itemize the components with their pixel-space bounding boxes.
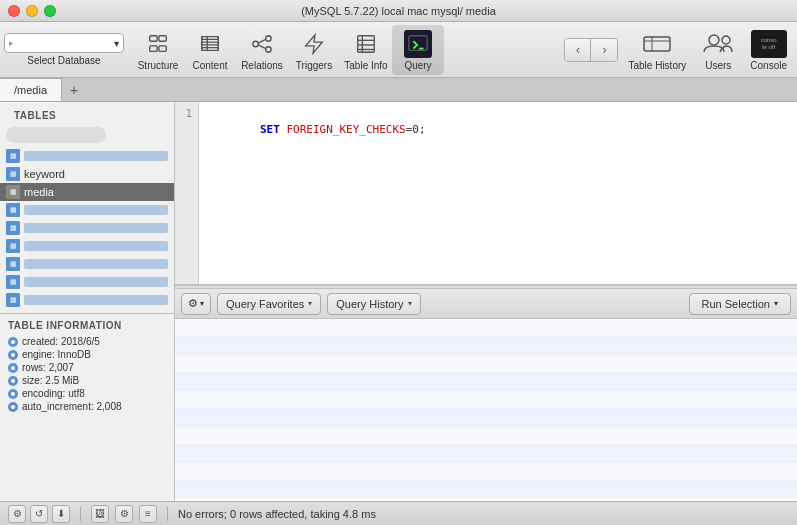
history-dropdown-arrow: ▾	[408, 299, 412, 308]
status-icon-gear[interactable]: ⚙	[8, 505, 26, 523]
table-icon-6: ▦	[6, 257, 20, 271]
query-history-button[interactable]: Query History ▾	[327, 293, 420, 315]
result-row-8	[175, 445, 797, 463]
svg-point-10	[253, 41, 259, 47]
svg-rect-4	[202, 37, 219, 40]
console-text-line2: le off	[762, 44, 775, 51]
info-dot-2	[8, 363, 18, 373]
gear-icon: ⚙	[188, 297, 198, 310]
toolbar-item-users[interactable]: Users	[696, 26, 740, 73]
sidebar-search[interactable]	[6, 127, 106, 143]
console-label: Console	[750, 60, 787, 71]
svg-rect-21	[409, 36, 427, 51]
run-selection-button[interactable]: Run Selection ▾	[689, 293, 792, 315]
toolbar-item-table-history[interactable]: Table History	[622, 26, 692, 73]
table-info-label: Table Info	[344, 60, 387, 71]
run-selection-arrow: ▾	[774, 299, 778, 308]
result-row-4	[175, 373, 797, 391]
info-dot-4	[8, 389, 18, 399]
structure-icon	[144, 30, 172, 58]
table-info-header: TABLE INFORMATION	[8, 320, 166, 331]
tab-media[interactable]: /media	[0, 78, 62, 101]
maximize-button[interactable]	[44, 5, 56, 17]
nav-forward-button[interactable]: ›	[591, 39, 617, 61]
status-icon-down[interactable]: ⬇	[52, 505, 70, 523]
toolbar-item-table-info[interactable]: Table Info	[340, 25, 392, 75]
svg-rect-6	[202, 48, 219, 51]
close-button[interactable]	[8, 5, 20, 17]
result-row-2	[175, 337, 797, 355]
table-icon-4: ▦	[6, 221, 20, 235]
table-info-encoding: encoding: utf8	[22, 388, 85, 399]
code-editor[interactable]: SET FOREIGN_KEY_CHECKS=0;	[199, 102, 797, 284]
result-row-3	[175, 355, 797, 373]
result-row-7	[175, 427, 797, 445]
status-divider-1	[80, 507, 81, 521]
sidebar-item-0[interactable]: ▦	[0, 147, 174, 165]
table-info-auto-increment: auto_increment: 2,008	[22, 401, 122, 412]
table-icon-0: ▦	[6, 149, 20, 163]
sidebar-item-6[interactable]: ▦	[0, 255, 174, 273]
table-info-section: TABLE INFORMATION created: 2018/6/5 engi…	[0, 313, 174, 419]
sidebar-item-keyword[interactable]: ▦ keyword	[0, 165, 174, 183]
triggers-label: Triggers	[296, 60, 332, 71]
svg-rect-0	[150, 36, 157, 42]
table-name-blur-3	[24, 205, 168, 215]
toolbar-item-console[interactable]: conso le off Console	[744, 26, 793, 73]
info-dot-0	[8, 337, 18, 347]
toolbar-item-query[interactable]: Query	[392, 25, 444, 75]
nav-back-button[interactable]: ‹	[565, 39, 591, 61]
result-row-5	[175, 391, 797, 409]
sidebar-item-4[interactable]: ▦	[0, 219, 174, 237]
select-database-control[interactable]: ▸ ▾	[4, 33, 124, 53]
query-icon	[404, 30, 432, 58]
main-layout: TABLES ▦ ▦ keyword ▦ media ▦ ▦ ▦ ▦	[0, 102, 797, 501]
tables-header: TABLES	[6, 106, 64, 123]
tab-add-icon: +	[70, 82, 78, 98]
svg-marker-15	[306, 35, 323, 53]
table-name-blur-8	[24, 295, 168, 305]
table-info-row-4: encoding: utf8	[8, 387, 166, 400]
gear-button[interactable]: ⚙ ▾	[181, 293, 211, 315]
sidebar-item-5[interactable]: ▦	[0, 237, 174, 255]
status-icon-gear2[interactable]: ⚙	[115, 505, 133, 523]
results-area[interactable]	[175, 319, 797, 501]
select-database-label: Select Database	[27, 55, 100, 66]
select-database-arrow: ▾	[114, 38, 119, 49]
gear-arrow: ▾	[200, 299, 204, 308]
status-icon-image[interactable]: 🖼	[91, 505, 109, 523]
minimize-button[interactable]	[26, 5, 38, 17]
table-name-blur-6	[24, 259, 168, 269]
result-row-9	[175, 463, 797, 481]
table-name-blur-7	[24, 277, 168, 287]
sidebar-item-media[interactable]: ▦ media	[0, 183, 174, 201]
tab-add-button[interactable]: +	[62, 78, 86, 101]
code-semicolon: ;	[419, 123, 426, 136]
table-info-row-3: size: 2.5 MiB	[8, 374, 166, 387]
toolbar-item-relations[interactable]: Relations	[236, 25, 288, 75]
table-name-media: media	[24, 186, 54, 198]
sidebar-item-8[interactable]: ▦	[0, 291, 174, 309]
toolbar-item-structure[interactable]: Structure	[132, 25, 184, 75]
svg-line-14	[258, 45, 265, 49]
status-icon-list[interactable]: ≡	[139, 505, 157, 523]
info-dot-5	[8, 402, 18, 412]
toolbar-item-triggers[interactable]: Triggers	[288, 25, 340, 75]
title-bar: (MySQL 5.7.22) local mac mysql/ media	[0, 0, 797, 22]
status-bar: ⚙ ↺ ⬇ 🖼 ⚙ ≡ No errors; 0 rows affected, …	[0, 501, 797, 525]
svg-rect-2	[150, 46, 157, 52]
toolbar-item-content[interactable]: Content	[184, 25, 236, 75]
sidebar-item-3[interactable]: ▦	[0, 201, 174, 219]
structure-label: Structure	[138, 60, 179, 71]
svg-point-27	[722, 36, 730, 44]
select-database-group: ▸ ▾ Select Database	[4, 33, 124, 66]
query-label: Query	[404, 60, 431, 71]
status-icon-refresh[interactable]: ↺	[30, 505, 48, 523]
line-numbers: 1	[175, 102, 199, 284]
sidebar: TABLES ▦ ▦ keyword ▦ media ▦ ▦ ▦ ▦	[0, 102, 175, 501]
sidebar-item-7[interactable]: ▦	[0, 273, 174, 291]
table-info-row-5: auto_increment: 2,008	[8, 400, 166, 413]
query-favorites-button[interactable]: Query Favorites ▾	[217, 293, 321, 315]
console-text-line1: conso	[761, 37, 777, 44]
table-info-size: size: 2.5 MiB	[22, 375, 79, 386]
